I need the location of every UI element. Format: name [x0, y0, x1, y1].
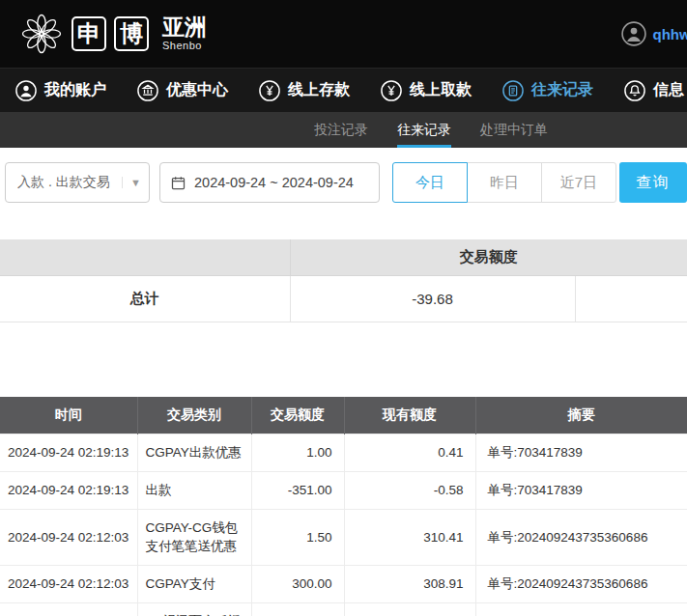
account-area: qhhwa: [621, 21, 687, 46]
user-icon: [15, 80, 37, 101]
brand-char-1: 申: [72, 16, 106, 51]
cell-type: 出款: [137, 472, 251, 510]
cell-type: CGPAY出款优惠: [137, 434, 251, 472]
nav-item-online-withdrawal[interactable]: 线上取款: [365, 69, 487, 112]
date-range-picker[interactable]: 2024-09-24 ~ 2024-09-24: [159, 162, 380, 203]
transaction-type-select[interactable]: 入款 . 出款交易 ▼: [5, 162, 150, 203]
cell-balance: -0.58: [344, 472, 475, 510]
nav-item-label: 信息: [653, 80, 684, 100]
page: 申 博 亚洲 Shenbo qhhwa 我的账户: [0, 0, 687, 616]
today-button[interactable]: 今日: [392, 162, 468, 203]
nav-item-label: 往来记录: [531, 80, 593, 100]
date-range-value: 2024-09-24 ~ 2024-09-24: [194, 175, 354, 190]
subnav-item-processing-orders[interactable]: 处理中订单: [480, 112, 548, 148]
avatar-icon[interactable]: [621, 21, 646, 46]
cell-time: 2024-09-24 02:12:03: [0, 565, 137, 602]
col-header-summary: 摘要: [475, 397, 687, 434]
main-navbar: 我的账户 优惠中心 线上存款 线上取款: [0, 68, 687, 112]
cell-summary: 单号:703417839: [475, 472, 687, 510]
nav-item-transaction-records[interactable]: 往来记录: [487, 69, 609, 112]
col-header-amount: 交易额度: [251, 397, 344, 434]
filter-bar: 入款 . 出款交易 ▼ 2024-09-24 ~ 2024-09-24 今日 昨…: [0, 148, 687, 217]
records-header-row: 时间 交易类别 交易额度 现有额度 摘要: [0, 397, 687, 434]
col-header-balance: 现有额度: [344, 397, 475, 434]
table-row: 2024-09-24 02:12:03 CGPAY-CG钱包支付笔笔送优惠 1.…: [0, 510, 687, 565]
nav-item-label: 线上存款: [288, 80, 350, 100]
deposit-icon: [259, 80, 280, 101]
cell-time: 2024-09-24 02:19:13: [0, 434, 137, 472]
summary-header-label: 交易额度: [290, 239, 687, 276]
cell-balance: 8.91: [344, 603, 475, 616]
lotus-logo-icon: [19, 12, 64, 56]
cell-summary: 单号:202409243735360686: [475, 510, 687, 565]
cell-summary: 系统派发_2024-09-23: [475, 603, 687, 616]
quick-date-buttons: 今日 昨日 近7日: [392, 162, 616, 203]
cell-type: BB视讯百家乐返点: [137, 603, 251, 616]
cell-summary: 单号:703417839: [475, 434, 687, 472]
username[interactable]: qhhwa: [653, 26, 687, 42]
col-header-type: 交易类别: [137, 397, 251, 434]
withdraw-icon: [381, 80, 402, 101]
chevron-down-icon: ▼: [122, 177, 141, 188]
subnav-item-transaction-records[interactable]: 往来记录: [397, 112, 451, 148]
cell-time: 2024-09-24 02:12:03: [0, 510, 137, 565]
records-table: 时间 交易类别 交易额度 现有额度 摘要 2024-09-24 02:19:13…: [0, 397, 687, 616]
summary-table: 交易额度 总计 -39.68: [0, 239, 687, 322]
cell-balance: 308.91: [344, 565, 475, 602]
cell-amount: 1.50: [251, 510, 344, 565]
nav-item-label: 我的账户: [44, 80, 106, 100]
cell-amount: 1.00: [251, 434, 344, 472]
summary-total-label: 总计: [0, 276, 290, 322]
nav-item-label: 优惠中心: [166, 80, 228, 100]
cell-balance: 0.41: [344, 434, 475, 472]
nav-item-label: 线上取款: [410, 80, 472, 100]
cell-summary: 单号:202409243735360686: [475, 565, 687, 602]
summary-total-value: -39.68: [290, 276, 575, 322]
cell-type: CGPAY支付: [137, 565, 251, 602]
brand-subtitle: Shenbo: [162, 41, 207, 51]
yesterday-button[interactable]: 昨日: [467, 162, 542, 203]
cell-amount: 8.82: [251, 603, 344, 616]
table-row: 2024-09-24 02:19:13 出款 -351.00 -0.58 单号:…: [0, 472, 687, 510]
last-7-days-button[interactable]: 近7日: [541, 162, 616, 203]
nav-item-messages[interactable]: 信息: [609, 69, 687, 112]
calendar-icon: [170, 175, 186, 191]
cell-type: CGPAY-CG钱包支付笔笔送优惠: [137, 510, 251, 565]
summary-header-empty: [0, 239, 290, 276]
nav-item-promo-center[interactable]: 优惠中心: [122, 69, 243, 112]
subnav: 投注记录 往来记录 处理中订单: [0, 112, 687, 148]
summary-empty-cell: [575, 276, 687, 322]
table-row: 2024-09-24 02:12:03 CGPAY支付 300.00 308.9…: [0, 565, 687, 602]
cell-balance: 310.41: [344, 510, 475, 565]
nav-item-my-account[interactable]: 我的账户: [0, 69, 122, 112]
cell-time: 2024-09-24 02:03:59: [0, 603, 137, 616]
bell-icon: [624, 80, 645, 101]
col-header-time: 时间: [0, 397, 137, 434]
search-button[interactable]: 查询: [619, 162, 687, 203]
nav-item-online-deposit[interactable]: 线上存款: [243, 69, 365, 112]
records-icon: [502, 80, 524, 101]
subnav-item-betting-records[interactable]: 投注记录: [314, 112, 368, 148]
brand-logo[interactable]: 申 博 亚洲 Shenbo: [19, 12, 207, 56]
brand-char-2: 博: [114, 16, 149, 51]
cell-amount: 300.00: [251, 565, 344, 602]
transaction-type-value: 入款 . 出款交易: [17, 174, 110, 191]
table-row: 2024-09-24 02:19:13 CGPAY出款优惠 1.00 0.41 …: [0, 434, 687, 472]
topbar: 申 博 亚洲 Shenbo qhhwa: [0, 0, 687, 68]
cell-amount: -351.00: [251, 472, 344, 510]
table-row: 2024-09-24 02:03:59 BB视讯百家乐返点 8.82 8.91 …: [0, 603, 687, 616]
brand-region: 亚洲: [162, 16, 207, 39]
cell-time: 2024-09-24 02:19:13: [0, 472, 137, 510]
bank-icon: [137, 80, 158, 101]
